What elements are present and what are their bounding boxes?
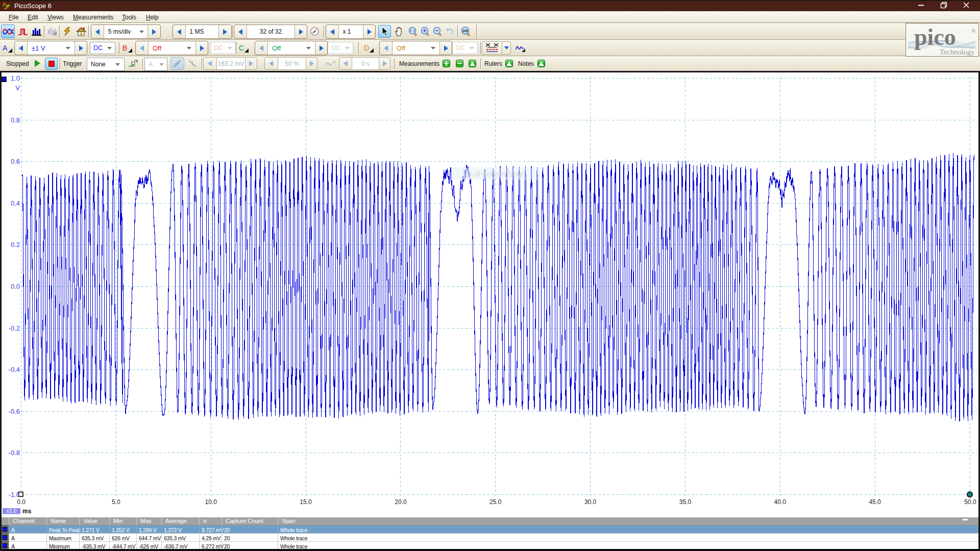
svg-text:5.0: 5.0: [112, 498, 120, 506]
svg-text:20.0: 20.0: [395, 498, 407, 506]
svg-text:ms: ms: [22, 508, 32, 515]
svg-text:0.0: 0.0: [11, 283, 20, 290]
svg-text:35.0: 35.0: [679, 498, 692, 506]
svg-text:0.0: 0.0: [17, 498, 26, 506]
svg-text:50.0: 50.0: [964, 498, 976, 506]
svg-text:pico: pico: [914, 24, 956, 50]
svg-text:45.0: 45.0: [869, 498, 881, 506]
svg-text:0.8: 0.8: [11, 116, 20, 124]
svg-text:x1.0: x1.0: [7, 508, 17, 514]
svg-text:0.2: 0.2: [11, 241, 20, 248]
svg-text:-0.6: -0.6: [9, 408, 20, 415]
svg-text:10.0: 10.0: [205, 498, 217, 506]
svg-text:-0.2: -0.2: [9, 324, 20, 332]
svg-text:0.4: 0.4: [11, 199, 20, 207]
svg-text:15.0: 15.0: [300, 498, 312, 506]
svg-text:30.0: 30.0: [584, 498, 597, 506]
svg-text:-0.8: -0.8: [9, 449, 20, 457]
svg-text:-1.0: -1.0: [9, 491, 20, 498]
svg-text:1.0: 1.0: [11, 74, 20, 82]
svg-text:0.6: 0.6: [11, 158, 20, 165]
svg-text:-0.4: -0.4: [9, 366, 20, 373]
svg-text:40.0: 40.0: [774, 498, 787, 506]
svg-text:V: V: [15, 84, 20, 92]
svg-text:®: ®: [971, 28, 975, 34]
svg-text:25.0: 25.0: [489, 498, 502, 506]
svg-text:Technology: Technology: [940, 48, 975, 56]
svg-text:Full-screen Snip: Full-screen Snip: [468, 169, 523, 178]
svg-text:100: 100: [462, 29, 469, 33]
